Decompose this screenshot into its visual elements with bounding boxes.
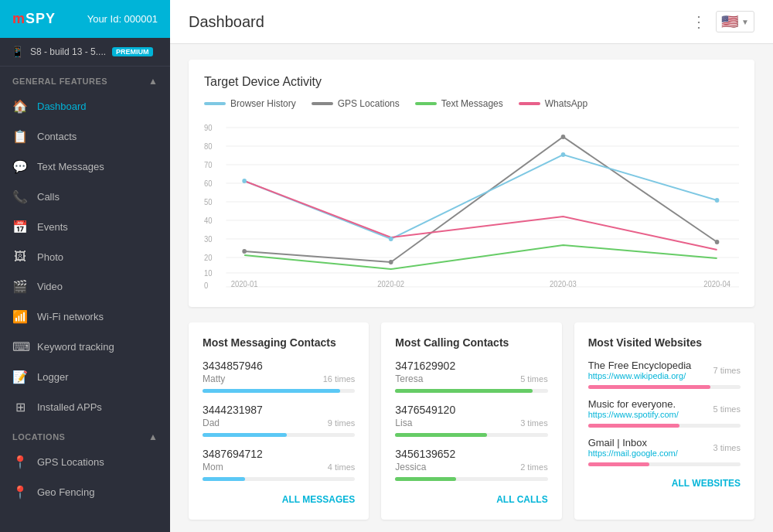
all-websites-link[interactable]: ALL WEBSITES <box>588 476 741 489</box>
website-info: Music for everyone. https://www.spotify.… <box>588 398 679 419</box>
sidebar-item-calls[interactable]: 📞 Calls <box>0 182 170 212</box>
wifi-icon: 📶 <box>12 309 28 324</box>
sidebar-item-dashboard[interactable]: 🏠 Dashboard <box>0 91 170 121</box>
gps-icon: 📍 <box>12 455 28 469</box>
sidebar-item-apps[interactable]: ⊞ Installed APPs <box>0 392 170 422</box>
svg-point-26 <box>561 135 566 139</box>
all-websites-anchor[interactable]: ALL WEBSITES <box>672 478 741 489</box>
svg-text:2020-01: 2020-01 <box>231 280 258 288</box>
sidebar-item-logger[interactable]: 📝 Logger <box>0 362 170 392</box>
bar-track <box>395 433 547 437</box>
svg-point-24 <box>242 249 247 254</box>
bar-track <box>203 433 355 437</box>
all-calls-anchor[interactable]: ALL CALLS <box>496 494 547 505</box>
calls-icon: 📞 <box>12 189 28 204</box>
events-icon: 📅 <box>12 220 28 234</box>
contact-meta: Lisa 3 times <box>395 418 547 428</box>
contact-number: 3471629902 <box>395 360 547 372</box>
bar-fill <box>588 424 679 428</box>
legend-gps-locations: GPS Locations <box>312 98 400 109</box>
legend-color-text <box>415 102 437 105</box>
legend-whatsapp: WhatsApp <box>519 98 587 109</box>
website-url[interactable]: https://www.wikipedia.org/ <box>588 371 692 380</box>
sidebar-item-label: Keyword tracking <box>37 341 114 353</box>
locations-label: LOCATIONS <box>12 432 65 442</box>
svg-text:20: 20 <box>204 254 213 262</box>
premium-badge: PREMIUM <box>112 47 153 56</box>
contact-meta: Mom 4 times <box>203 462 355 472</box>
android-icon: 📱 <box>11 46 24 58</box>
chevron-up-icon: ▲ <box>148 431 158 442</box>
website-times: 3 times <box>713 443 741 452</box>
svg-point-25 <box>389 260 393 264</box>
sidebar-item-events[interactable]: 📅 Events <box>0 212 170 242</box>
sidebar-item-geo[interactable]: 📍 Geo Fencing <box>0 477 170 507</box>
home-icon: 🏠 <box>12 99 28 114</box>
sidebar-item-video[interactable]: 🎬 Video <box>0 271 170 302</box>
device-info: 📱 S8 - build 13 - 5.... PREMIUM <box>0 38 170 66</box>
contact-number: 3444231987 <box>203 404 355 416</box>
svg-text:30: 30 <box>204 235 213 244</box>
chart-area: 90 80 70 60 50 40 30 20 10 0 <box>204 121 739 292</box>
language-selector[interactable]: 🇺🇸 ▼ <box>716 11 754 32</box>
more-options-icon[interactable]: ⋮ <box>691 12 707 31</box>
bar-fill <box>203 477 245 481</box>
sidebar-header: mSPY Your Id: 000001 <box>0 0 170 38</box>
contact-meta: Dad 9 times <box>203 418 355 428</box>
legend-color-gps <box>312 102 333 105</box>
contact-name: Teresa <box>395 373 423 384</box>
chart-svg: 90 80 70 60 50 40 30 20 10 0 <box>204 121 739 292</box>
svg-point-28 <box>242 179 247 183</box>
website-url[interactable]: https://www.spotify.com/ <box>588 410 679 419</box>
topbar: Dashboard ⋮ 🇺🇸 ▼ <box>170 0 773 44</box>
bar-fill <box>395 433 486 437</box>
svg-text:2020-04: 2020-04 <box>703 280 730 288</box>
bar-fill <box>203 389 340 393</box>
sidebar-item-text-messages[interactable]: 💬 Text Messages <box>0 152 170 182</box>
contact-times: 9 times <box>328 418 355 428</box>
website-meta: Gmail | Inbox https://mail.google.com/ 3… <box>588 437 741 458</box>
contact-number: 3456139652 <box>395 448 547 460</box>
websites-title: Most Visited Websites <box>588 336 741 349</box>
legend-color-whatsapp <box>519 102 540 105</box>
sidebar-item-wifi[interactable]: 📶 Wi-Fi networks <box>0 302 170 332</box>
bar-fill <box>203 433 287 437</box>
contact-meta: Jessica 2 times <box>395 462 547 472</box>
apps-icon: ⊞ <box>12 400 28 414</box>
svg-text:40: 40 <box>204 217 213 225</box>
contact-times: 5 times <box>520 374 547 384</box>
website-times: 5 times <box>713 404 741 414</box>
sidebar-item-label: Photo <box>37 251 63 263</box>
contact-number: 3434857946 <box>203 360 355 372</box>
svg-text:90: 90 <box>204 124 213 132</box>
contact-name: Jessica <box>395 462 426 472</box>
chart-legend: Browser History GPS Locations Text Messa… <box>204 98 739 109</box>
calling-contact-3: 3456139652 Jessica 2 times <box>395 448 547 481</box>
photo-icon: 🖼 <box>12 250 28 264</box>
sidebar-item-keyword[interactable]: ⌨ Keyword tracking <box>0 332 170 362</box>
website-title: The Free Encyclopedia <box>588 360 692 371</box>
chevron-up-icon: ▲ <box>148 76 158 87</box>
all-messages-anchor[interactable]: ALL MESSAGES <box>282 494 355 505</box>
sidebar-item-photo[interactable]: 🖼 Photo <box>0 242 170 271</box>
chevron-down-icon: ▼ <box>741 18 749 26</box>
svg-text:2020-02: 2020-02 <box>377 280 404 288</box>
calling-contacts-card: Most Calling Contacts 3471629902 Teresa … <box>381 322 561 520</box>
svg-text:0: 0 <box>204 281 209 290</box>
all-messages-link[interactable]: ALL MESSAGES <box>203 492 355 506</box>
all-calls-link[interactable]: ALL CALLS <box>395 492 547 506</box>
contact-name: Matty <box>203 373 225 384</box>
activity-chart-card: Target Device Activity Browser History G… <box>189 60 754 307</box>
sidebar: mSPY Your Id: 000001 📱 S8 - build 13 - 5… <box>0 0 170 532</box>
bar-fill <box>588 462 649 466</box>
website-url[interactable]: https://mail.google.com/ <box>588 448 678 458</box>
contact-times: 4 times <box>328 462 355 472</box>
sidebar-item-contacts[interactable]: 📋 Contacts <box>0 121 170 152</box>
website-meta: The Free Encyclopedia https://www.wikipe… <box>588 360 741 380</box>
sidebar-item-label: Logger <box>37 371 68 383</box>
sidebar-item-label: Geo Fencing <box>37 486 94 498</box>
legend-label-text: Text Messages <box>441 98 503 109</box>
website-title: Music for everyone. <box>588 398 679 410</box>
sidebar-item-gps[interactable]: 📍 GPS Locations <box>0 447 170 477</box>
flag-icon: 🇺🇸 <box>721 13 738 30</box>
